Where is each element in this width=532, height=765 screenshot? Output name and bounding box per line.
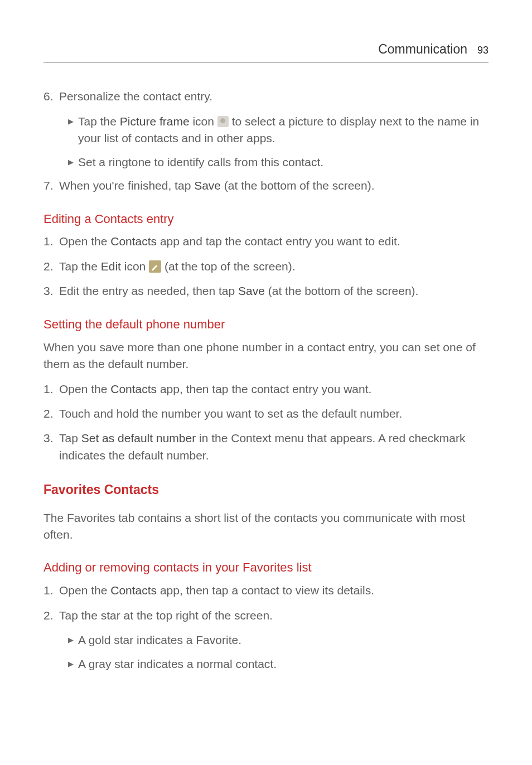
step-number: 1.: [43, 233, 59, 250]
edit-pencil-icon: [149, 260, 161, 273]
step-number: 2.: [43, 607, 59, 624]
editing-step-2: 2. Tap the Edit icon (at the top of the …: [43, 258, 489, 275]
addrem-step-2: 2. Tap the star at the top right of the …: [43, 607, 489, 624]
step-number: 3.: [43, 283, 59, 299]
step-number: 7.: [43, 177, 59, 194]
favorites-intro: The Favorites tab contains a short list …: [43, 510, 489, 544]
default-intro: When you save more than one phone number…: [43, 339, 489, 373]
default-step-2: 2. Touch and hold the number you want to…: [43, 405, 489, 422]
heading-editing: Editing a Contacts entry: [43, 210, 489, 228]
step-number: 2.: [43, 405, 59, 422]
step-text: Open the Contacts app, then tap the cont…: [59, 381, 489, 398]
editing-step-3: 3. Edit the entry as needed, then tap Sa…: [43, 283, 489, 299]
step-text: Tap Set as default number in the Context…: [59, 430, 489, 464]
step-text: Open the Contacts app, then tap a contac…: [59, 582, 489, 599]
bullet-text: Set a ringtone to identify calls from th…: [78, 154, 489, 171]
step-number: 2.: [43, 258, 59, 275]
bold-set-default: Set as default number: [81, 432, 196, 444]
step-text: Tap the Edit icon (at the top of the scr…: [59, 258, 489, 275]
triangle-bullet-icon: ▶: [68, 632, 78, 648]
bold-contacts: Contacts: [110, 382, 157, 395]
addrem-step-1: 1. Open the Contacts app, then tap a con…: [43, 582, 489, 599]
default-step-1: 1. Open the Contacts app, then tap the c…: [43, 381, 489, 398]
header-title: Communication: [378, 40, 467, 59]
bold-save: Save: [194, 179, 221, 192]
triangle-bullet-icon: ▶: [68, 154, 78, 171]
editing-step-1: 1. Open the Contacts app and tap the con…: [43, 233, 489, 250]
step-number: 1.: [43, 381, 59, 398]
step-7: 7. When you're finished, tap Save (at th…: [43, 177, 489, 194]
step-text: Personalize the contact entry.: [59, 88, 489, 105]
bullet-text: A gray star indicates a normal contact.: [78, 656, 489, 672]
bold-contacts: Contacts: [110, 584, 157, 597]
heading-add-remove: Adding or removing contacts in your Favo…: [43, 559, 489, 577]
step-number: 1.: [43, 582, 59, 599]
bullet-picture-frame: ▶ Tap the Picture frame icon to select a…: [68, 113, 489, 147]
bold-save: Save: [238, 284, 265, 297]
step-6: 6. Personalize the contact entry.: [43, 88, 489, 105]
step-text: Open the Contacts app and tap the contac…: [59, 233, 489, 250]
bold-picture-frame: Picture frame: [120, 115, 190, 128]
picture-frame-icon: [217, 116, 229, 127]
bullet-text: A gold star indicates a Favorite.: [78, 632, 489, 648]
default-step-3: 3. Tap Set as default number in the Cont…: [43, 430, 489, 464]
step-text: Edit the entry as needed, then tap Save …: [59, 283, 489, 299]
bullet-gold-star: ▶ A gold star indicates a Favorite.: [68, 632, 489, 648]
bullet-text: Tap the Picture frame icon to select a p…: [78, 113, 489, 147]
triangle-bullet-icon: ▶: [68, 113, 78, 147]
bullet-gray-star: ▶ A gray star indicates a normal contact…: [68, 656, 489, 672]
heading-favorites: Favorites Contacts: [43, 481, 489, 499]
bullet-ringtone: ▶ Set a ringtone to identify calls from …: [68, 154, 489, 171]
step-text: Tap the star at the top right of the scr…: [59, 607, 489, 624]
step-number: 6.: [43, 88, 59, 105]
heading-default-number: Setting the default phone number: [43, 316, 489, 333]
page-number: 93: [477, 43, 489, 57]
step-number: 3.: [43, 430, 59, 464]
page-header: Communication 93: [43, 40, 489, 62]
step-text: Touch and hold the number you want to se…: [59, 405, 489, 422]
bold-contacts: Contacts: [110, 235, 157, 248]
triangle-bullet-icon: ▶: [68, 656, 78, 672]
bold-edit: Edit: [101, 260, 121, 273]
step-text: When you're finished, tap Save (at the b…: [59, 177, 489, 194]
